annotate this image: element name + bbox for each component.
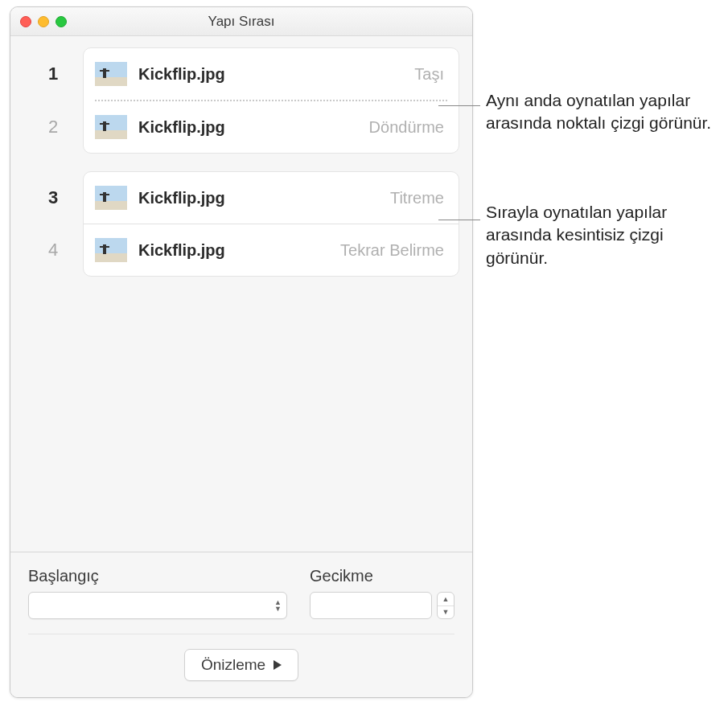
build-effect: Taşı bbox=[414, 65, 444, 84]
build-row[interactable]: 3 Kickflip.jpg Titreme bbox=[84, 172, 459, 224]
delay-stepper: ▲ ▼ bbox=[437, 592, 454, 619]
preview-button[interactable]: Önizleme bbox=[184, 649, 298, 681]
callout-line bbox=[438, 220, 480, 220]
delay-label: Gecikme bbox=[310, 567, 454, 585]
thumbnail-icon bbox=[95, 186, 127, 210]
divider bbox=[28, 634, 454, 634]
updown-icon: ▲▼ bbox=[274, 599, 282, 612]
start-select[interactable]: ▲▼ bbox=[28, 592, 287, 619]
build-group: 3 Kickflip.jpg Titreme 4 Kickflip.jpg Te… bbox=[83, 171, 459, 277]
build-number: 4 bbox=[37, 240, 69, 261]
callout-line bbox=[438, 105, 480, 106]
build-filename: Kickflip.jpg bbox=[138, 118, 369, 137]
build-filename: Kickflip.jpg bbox=[138, 241, 340, 260]
build-row[interactable]: 1 Kickflip.jpg Taşı bbox=[84, 48, 459, 100]
build-effect: Tekrar Belirme bbox=[340, 241, 444, 260]
titlebar: Yapı Sırası bbox=[10, 7, 472, 36]
build-row[interactable]: 4 Kickflip.jpg Tekrar Belirme bbox=[84, 224, 459, 276]
window-title: Yapı Sırası bbox=[10, 14, 472, 30]
stepper-down-icon[interactable]: ▼ bbox=[438, 606, 454, 619]
build-number: 2 bbox=[37, 117, 69, 138]
thumbnail-icon bbox=[95, 62, 127, 86]
thumbnail-icon bbox=[95, 115, 127, 139]
build-row[interactable]: 2 Kickflip.jpg Döndürme bbox=[84, 101, 459, 153]
build-list: 1 Kickflip.jpg Taşı 2 Kickflip.jpg Döndü… bbox=[10, 36, 472, 552]
build-effect: Titreme bbox=[390, 189, 444, 207]
build-filename: Kickflip.jpg bbox=[138, 65, 414, 84]
build-order-window: Yapı Sırası 1 Kickflip.jpg Taşı 2 Kickfl… bbox=[10, 6, 473, 698]
play-icon bbox=[274, 660, 282, 670]
stepper-up-icon[interactable]: ▲ bbox=[438, 593, 454, 606]
build-group: 1 Kickflip.jpg Taşı 2 Kickflip.jpg Döndü… bbox=[83, 47, 459, 154]
build-filename: Kickflip.jpg bbox=[138, 189, 390, 207]
start-label: Başlangıç bbox=[28, 567, 287, 585]
callout-text: Aynı anda oynatılan yapılar arasında nok… bbox=[486, 89, 719, 135]
build-number: 3 bbox=[37, 187, 69, 208]
build-number: 1 bbox=[37, 64, 69, 84]
bottom-panel: Başlangıç ▲▼ Gecikme ▲ ▼ bbox=[10, 552, 472, 697]
thumbnail-icon bbox=[95, 238, 127, 262]
preview-label: Önizleme bbox=[201, 656, 265, 674]
callout-text: Sırayla oynatılan yapılar arasında kesin… bbox=[486, 201, 719, 269]
build-effect: Döndürme bbox=[369, 118, 444, 137]
delay-input[interactable] bbox=[310, 592, 432, 619]
